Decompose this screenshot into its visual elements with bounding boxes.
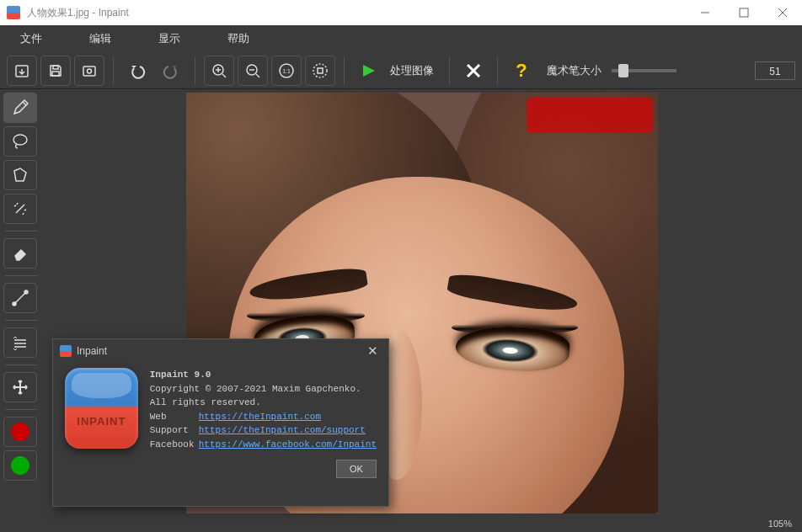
ok-button[interactable]: OK [336, 460, 377, 478]
polygon-tool[interactable] [3, 160, 37, 190]
move-tool[interactable] [3, 372, 37, 402]
facebook-link[interactable]: https://www.facebook.com/Inpaint [199, 438, 377, 452]
close-button[interactable] [763, 0, 802, 25]
zoom-out-button[interactable] [238, 56, 268, 86]
svg-point-8 [88, 69, 92, 73]
minimize-button[interactable] [686, 0, 724, 25]
brush-size-value[interactable]: 51 [755, 61, 795, 80]
svg-point-25 [24, 290, 28, 294]
web-label: Web [150, 410, 199, 424]
window-title: 人物效果1.jpg - Inpaint [27, 6, 686, 20]
svg-text:1:1: 1:1 [282, 68, 291, 74]
dialog-app-icon [60, 345, 72, 357]
dialog-close-button[interactable]: ✕ [364, 343, 382, 359]
sidebar [0, 89, 42, 515]
lasso-tool[interactable] [3, 126, 37, 157]
mask-red-button[interactable] [3, 417, 37, 447]
facebook-label: Facebook [150, 438, 199, 452]
brush-size-slider[interactable] [612, 69, 676, 72]
about-logo: INPAINT [65, 368, 138, 449]
donor-tool[interactable] [3, 327, 37, 358]
process-label: 处理图像 [390, 63, 434, 78]
process-button[interactable] [353, 56, 383, 86]
zoom-fit-button[interactable] [305, 56, 335, 86]
svg-line-10 [222, 74, 226, 77]
menu-file[interactable]: 文件 [5, 26, 57, 51]
svg-line-14 [256, 74, 259, 77]
menu-view[interactable]: 显示 [143, 26, 195, 51]
zoom-actual-button[interactable]: 1:1 [271, 56, 302, 86]
support-link[interactable]: https://theInpaint.com/support [199, 423, 366, 438]
svg-rect-1 [740, 8, 748, 17]
eraser-tool[interactable] [3, 238, 37, 269]
svg-point-24 [13, 302, 16, 306]
brush-size-label: 魔术笔大小 [547, 63, 602, 78]
zoom-level: 105% [768, 519, 792, 529]
copyright-text: Copyright © 2007-2021 Maxim Gapchenko. [150, 382, 377, 396]
svg-rect-19 [318, 68, 323, 73]
svg-rect-5 [53, 66, 58, 69]
batch-button[interactable] [74, 56, 104, 86]
product-name: Inpaint 9.0 [150, 370, 211, 380]
maximize-button[interactable] [724, 0, 763, 25]
support-label: Support [150, 423, 199, 438]
redo-button[interactable] [156, 56, 186, 86]
dialog-title: Inpaint [77, 345, 107, 357]
svg-line-23 [14, 292, 26, 304]
marker-tool[interactable] [3, 93, 37, 123]
undo-button[interactable] [122, 56, 152, 86]
svg-rect-7 [83, 66, 95, 76]
menu-help[interactable]: 帮助 [212, 26, 265, 51]
about-dialog: Inpaint ✕ INPAINT Inpaint 9.0 Copyright … [52, 338, 389, 507]
svg-rect-6 [52, 72, 59, 76]
open-button[interactable] [7, 56, 37, 86]
toolbar: 1:1 处理图像 ? 魔术笔大小 51 [0, 52, 802, 89]
about-info: Inpaint 9.0 Copyright © 2007-2021 Maxim … [150, 368, 377, 451]
menubar: 文件 编辑 显示 帮助 [0, 25, 802, 52]
web-link[interactable]: https://theInpaint.com [199, 410, 321, 424]
magic-wand-tool[interactable] [3, 194, 37, 224]
selection-mark [527, 98, 653, 133]
mask-green-button[interactable] [3, 450, 37, 481]
svg-point-22 [13, 135, 27, 145]
help-button[interactable]: ? [506, 56, 537, 86]
menu-edit[interactable]: 编辑 [74, 26, 126, 51]
save-button[interactable] [40, 56, 71, 86]
svg-point-18 [313, 64, 327, 77]
statusbar: 105% [0, 515, 802, 532]
zoom-in-button[interactable] [204, 56, 234, 86]
clear-button[interactable] [458, 56, 489, 86]
app-icon [7, 6, 20, 19]
dialog-titlebar[interactable]: Inpaint ✕ [53, 339, 388, 363]
line-tool[interactable] [3, 283, 37, 313]
rights-text: All rights reserved. [150, 396, 377, 410]
titlebar: 人物效果1.jpg - Inpaint [0, 0, 802, 25]
